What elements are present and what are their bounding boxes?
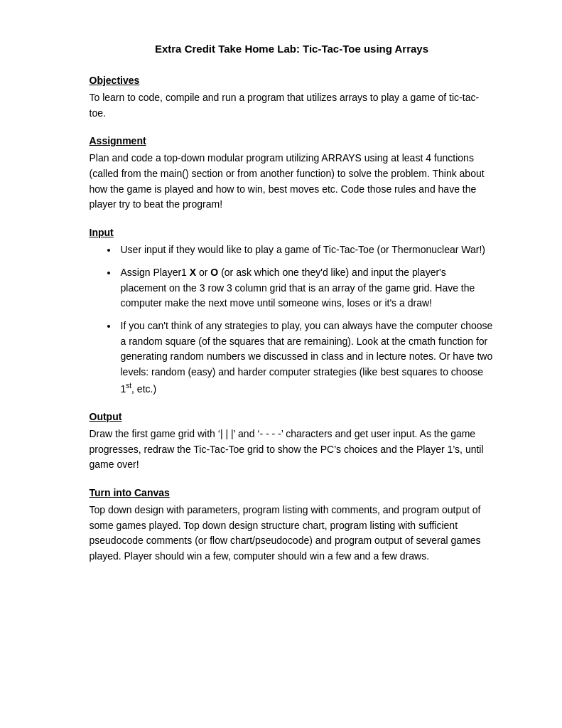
list-item: Assign Player1 X or O (or ask which one …: [118, 265, 495, 311]
list-item: User input if they would like to play a …: [118, 242, 495, 258]
objectives-body: To learn to code, compile and run a prog…: [90, 90, 495, 121]
input-bullet-list: User input if they would like to play a …: [90, 242, 495, 397]
turn-into-canvas-body: Top down design with parameters, program…: [90, 503, 495, 564]
objectives-heading: Objectives: [90, 75, 495, 86]
assignment-heading: Assignment: [90, 135, 495, 146]
turn-into-canvas-section: Turn into Canvas Top down design with pa…: [90, 487, 495, 564]
input-heading: Input: [90, 227, 495, 238]
page-title: Extra Credit Take Home Lab: Tic-Tac-Toe …: [90, 43, 495, 55]
objectives-section: Objectives To learn to code, compile and…: [90, 75, 495, 121]
input-section: Input User input if they would like to p…: [90, 227, 495, 397]
assignment-section: Assignment Plan and code a top-down modu…: [90, 135, 495, 213]
page-container: Extra Credit Take Home Lab: Tic-Tac-Toe …: [40, 0, 523, 613]
output-body: Draw the first game grid with ‘| | |’ an…: [90, 427, 495, 473]
turn-into-canvas-heading: Turn into Canvas: [90, 487, 495, 498]
output-section: Output Draw the first game grid with ‘| …: [90, 411, 495, 473]
output-heading: Output: [90, 411, 495, 422]
assignment-body: Plan and code a top-down modular program…: [90, 151, 495, 213]
list-item: If you can't think of any strategies to …: [118, 318, 495, 397]
